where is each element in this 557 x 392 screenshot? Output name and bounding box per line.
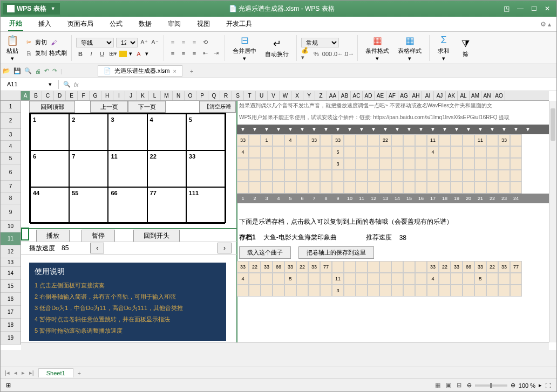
seq-col-marker[interactable]: ▼	[391, 125, 403, 134]
seq-cell[interactable]	[510, 134, 522, 146]
col-header[interactable]: A	[21, 91, 30, 100]
preview-icon[interactable]: 🔍	[24, 67, 32, 74]
seq-cell[interactable]	[368, 170, 379, 182]
piano-key[interactable]: 5	[186, 114, 225, 150]
zoom-out-icon[interactable]: ⊖	[467, 382, 472, 389]
seq-cell[interactable]	[249, 146, 261, 158]
seq-cell[interactable]	[415, 158, 427, 170]
seq-cell[interactable]	[498, 182, 510, 194]
seq-cell[interactable]: 22	[296, 261, 308, 273]
seq-cell[interactable]	[344, 170, 356, 182]
seq-cell[interactable]	[237, 182, 249, 194]
seq-cell[interactable]	[284, 285, 296, 297]
seq-col-marker[interactable]: ▼	[332, 125, 344, 134]
underline-icon[interactable]: U	[98, 50, 106, 58]
seq-cell[interactable]	[451, 170, 463, 182]
seq-cell[interactable]: 33	[237, 261, 249, 273]
seq-cell[interactable]: 33	[261, 261, 273, 273]
align-bot-icon[interactable]: ≡	[190, 38, 199, 47]
seq-cell[interactable]	[320, 285, 332, 297]
cut-icon[interactable]: ✂	[24, 38, 33, 47]
select-all-corner[interactable]	[1, 91, 21, 101]
seq-cell[interactable]	[403, 134, 415, 146]
seq-cell[interactable]	[403, 285, 415, 297]
seq-col-marker[interactable]: ▼	[237, 125, 249, 134]
piano-key[interactable]: 6	[30, 150, 69, 187]
italic-icon[interactable]: I	[87, 50, 96, 58]
piano-key[interactable]: 22	[147, 150, 186, 187]
border-icon[interactable]: ⊞▾	[108, 50, 117, 58]
seq-col-marker[interactable]: ▼	[379, 125, 391, 134]
col-header[interactable]: AA	[327, 91, 339, 100]
seq-col-marker[interactable]: ▼	[249, 125, 261, 134]
align-right-icon[interactable]: ≡	[190, 49, 199, 58]
seq-cell[interactable]: 5	[474, 273, 486, 285]
save-icon[interactable]: 💾	[13, 67, 21, 74]
seq-cell[interactable]	[368, 273, 379, 285]
piano-key[interactable]: 33	[186, 150, 225, 187]
seq-cell[interactable]	[368, 134, 379, 146]
ribbon-tab[interactable]: 视图	[196, 17, 211, 31]
seq-cell[interactable]	[486, 285, 498, 297]
brush-icon[interactable]: 🖌	[49, 38, 58, 47]
seq-col-marker[interactable]: ▼	[344, 125, 356, 134]
seq-cell[interactable]	[498, 170, 510, 182]
seq-col-marker[interactable]: ▼	[439, 125, 451, 134]
row-header[interactable]: 14	[1, 267, 21, 280]
next-page-button[interactable]: 下一页	[128, 101, 166, 113]
seq-cell[interactable]: 33	[451, 261, 463, 273]
seq-cell[interactable]	[439, 273, 451, 285]
col-header[interactable]: AK	[446, 91, 458, 100]
seq-cell[interactable]	[391, 134, 403, 146]
row-header[interactable]: 16	[1, 293, 21, 306]
seq-cell[interactable]	[415, 170, 427, 182]
seq-col-marker[interactable]: ▼	[522, 125, 534, 134]
col-header[interactable]: AI	[422, 91, 434, 100]
seq-cell[interactable]	[439, 170, 451, 182]
seq-cell[interactable]	[273, 158, 284, 170]
seq-col-marker[interactable]: ▼	[403, 125, 415, 134]
seq-col-marker[interactable]: ▼	[296, 125, 308, 134]
row-header[interactable]: 7	[1, 181, 21, 192]
seq-cell[interactable]	[261, 158, 273, 170]
zoom-in-icon[interactable]: ⊕	[511, 382, 515, 389]
seq-cell[interactable]	[451, 158, 463, 170]
seq-col-marker[interactable]: ▼	[284, 125, 296, 134]
sheet-first-icon[interactable]: |◂	[5, 369, 10, 376]
seq-cell[interactable]	[463, 158, 474, 170]
fontcolor-icon[interactable]: A	[134, 50, 143, 58]
row-header[interactable]: 19	[1, 332, 21, 345]
tablestyle-button[interactable]: ▦表格样式▾	[395, 33, 425, 63]
row-header[interactable]: 15	[1, 280, 21, 293]
seq-cell[interactable]	[403, 170, 415, 182]
seq-cell[interactable]	[249, 182, 261, 194]
box-icon[interactable]: ◳	[504, 5, 510, 12]
seq-cell[interactable]	[261, 182, 273, 194]
col-header[interactable]: AM	[470, 91, 481, 100]
piano-key[interactable]: 111	[186, 187, 225, 224]
seq-cell[interactable]	[391, 285, 403, 297]
col-header[interactable]: K	[137, 91, 149, 100]
speed-right-button[interactable]: ›	[218, 243, 232, 253]
redo-icon[interactable]: ↷	[52, 67, 57, 74]
seq-cell[interactable]	[415, 146, 427, 158]
seq-cell[interactable]: 22	[486, 261, 498, 273]
percent-icon[interactable]: %	[312, 50, 321, 58]
row-header[interactable]: 5	[1, 153, 21, 164]
seq-col-marker[interactable]: ▼	[261, 125, 273, 134]
seq-cell[interactable]	[415, 134, 427, 146]
seq-cell[interactable]	[296, 273, 308, 285]
seq-cell[interactable]	[308, 158, 320, 170]
comma-icon[interactable]: 000	[323, 50, 331, 58]
grid-icon[interactable]: ⊞	[6, 382, 11, 389]
seq-cell[interactable]	[237, 285, 249, 297]
seq-cell[interactable]	[498, 273, 510, 285]
seq-cell[interactable]	[474, 285, 486, 297]
goto-top-button[interactable]: 回到顶部	[29, 101, 75, 113]
ribbon-tab[interactable]: 开发工具	[225, 17, 253, 31]
seq-cell[interactable]	[320, 158, 332, 170]
play-button[interactable]: 播放	[36, 230, 70, 242]
seq-cell[interactable]: 5	[332, 146, 344, 158]
seq-cell[interactable]	[391, 158, 403, 170]
seq-cell[interactable]	[273, 273, 284, 285]
